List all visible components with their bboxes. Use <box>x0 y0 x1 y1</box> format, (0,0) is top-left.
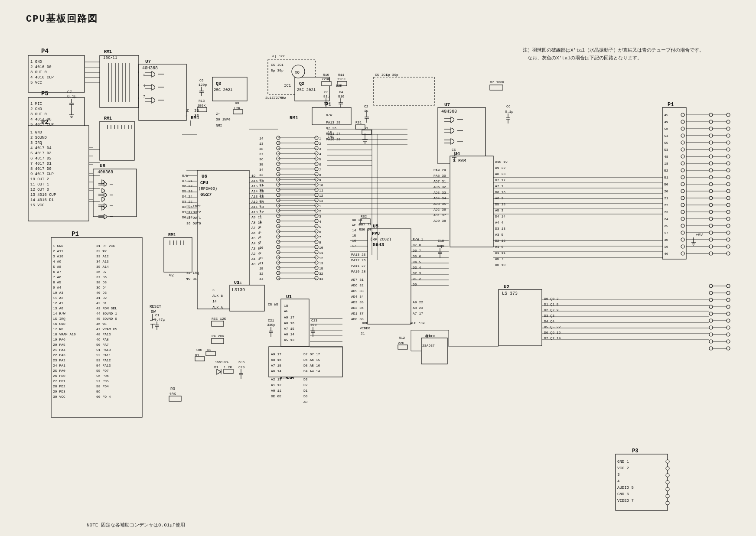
svg-point-578 <box>681 210 684 214</box>
svg-text:7  4017 D1: 7 4017 D1 <box>30 162 52 166</box>
svg-text:2: 2 <box>259 204 261 208</box>
svg-text:U7: U7 <box>444 102 450 107</box>
svg-text:40  D3: 40 D3 <box>96 291 107 295</box>
svg-text:1S953: 1S953 <box>215 360 225 364</box>
svg-text:PPU: PPU <box>372 231 380 236</box>
svg-text:A7    9: A7 9 <box>251 226 260 230</box>
svg-text:1: 1 <box>143 73 145 77</box>
svg-text:6  A7: 6 A7 <box>53 270 61 274</box>
svg-text:0E   GE: 0E GE <box>271 394 281 398</box>
svg-text:C1: C1 <box>155 313 160 317</box>
svg-text:9: 9 <box>319 178 321 182</box>
svg-text:AD5  33: AD5 33 <box>433 191 446 195</box>
svg-text:A7  15: A7 15 <box>271 364 281 367</box>
svg-point-590 <box>709 113 713 117</box>
svg-text:C9: C9 <box>199 78 204 82</box>
svg-text:21: 21 <box>361 331 365 335</box>
svg-point-569 <box>681 148 684 151</box>
svg-text:4: 4 <box>617 479 619 484</box>
svg-rect-67 <box>100 121 134 160</box>
svg-text:9  A4: 9 A4 <box>53 286 61 289</box>
svg-point-577 <box>681 203 684 207</box>
svg-text:3: 3 <box>259 220 261 224</box>
svg-text:17  RD: 17 RD <box>53 327 63 331</box>
svg-point-583 <box>681 245 684 248</box>
svg-text:5: 5 <box>319 157 321 161</box>
svg-text:0.1μ: 0.1μ <box>67 94 77 99</box>
svg-text:45: 45 <box>664 113 668 117</box>
svg-text:7: 7 <box>319 168 321 172</box>
svg-text:36  D7: 36 D7 <box>96 270 107 274</box>
svg-text:43  ROM SEL: 43 ROM SEL <box>96 306 117 310</box>
svg-point-621 <box>727 182 730 186</box>
svg-text:a) C22: a) C22 <box>272 54 285 58</box>
svg-text:7  A6: 7 A6 <box>53 275 61 279</box>
svg-text:7: 7 <box>259 240 261 244</box>
svg-text:1: 1 <box>259 209 261 213</box>
svg-text:36 1NP0: 36 1NP0 <box>216 117 231 121</box>
svg-text:R12: R12 <box>399 336 405 340</box>
svg-point-609 <box>709 245 713 248</box>
svg-point-633 <box>709 291 713 295</box>
svg-point-598 <box>709 169 713 172</box>
svg-point-574 <box>681 182 684 186</box>
svg-point-595 <box>709 148 713 151</box>
svg-text:2  SOUND: 2 SOUND <box>30 136 47 140</box>
svg-text:P1: P1 <box>668 102 674 108</box>
svg-point-572 <box>681 169 684 172</box>
svg-text:RM1: RM1 <box>104 49 112 54</box>
svg-text:38: 38 <box>259 147 264 151</box>
svg-text:55  PD7: 55 PD7 <box>96 369 109 373</box>
svg-point-584 <box>681 252 684 255</box>
svg-rect-41 <box>93 169 137 217</box>
svg-text:VCC  2: VCC 2 <box>617 466 629 471</box>
svg-point-691 <box>666 494 669 498</box>
svg-text:1μ: 1μ <box>364 109 368 113</box>
svg-text:30p: 30p <box>310 323 317 327</box>
svg-point-593 <box>709 134 713 137</box>
svg-rect-657 <box>398 345 407 349</box>
svg-text:D3   25: D3 25 <box>182 200 192 204</box>
svg-rect-280 <box>224 369 233 374</box>
svg-text:LS139: LS139 <box>232 288 245 292</box>
svg-rect-44 <box>100 55 139 107</box>
svg-point-612 <box>727 120 730 123</box>
svg-text:D1 Q1  5: D1 Q1 5 <box>544 302 559 306</box>
svg-text:44: 44 <box>319 277 323 281</box>
svg-text:39  D4: 39 D4 <box>96 286 107 289</box>
svg-text:34  A13: 34 A13 <box>96 260 109 263</box>
svg-point-602 <box>709 196 713 200</box>
svg-text:C21: C21 <box>268 318 274 322</box>
svg-text:VIDEO: VIDEO <box>425 334 435 338</box>
svg-point-580 <box>681 224 684 227</box>
svg-text:VIDEO: VIDEO <box>360 326 370 330</box>
svg-text:10: 10 <box>259 246 264 250</box>
svg-text:A3  5: A3 5 <box>495 233 503 237</box>
svg-point-692 <box>666 501 669 505</box>
svg-text:51p: 51p <box>323 94 330 98</box>
svg-text:8: 8 <box>259 235 261 239</box>
svg-text:6  4017 D2: 6 4017 D2 <box>30 156 52 161</box>
svg-text:AD1  37: AD1 37 <box>433 213 446 217</box>
svg-text:54  PA13: 54 PA13 <box>96 364 111 367</box>
svg-text:PA10  28: PA10 28 <box>351 270 366 273</box>
svg-text:A8  23: A8 23 <box>413 306 423 310</box>
svg-text:33: 33 <box>259 173 264 177</box>
svg-text:14  4016 D1: 14 4016 D1 <box>30 198 54 202</box>
svg-text:5: 5 <box>319 225 321 229</box>
svg-text:34: 34 <box>259 168 264 172</box>
svg-point-582 <box>681 238 684 241</box>
svg-text:8: 8 <box>319 173 321 177</box>
svg-point-604 <box>709 210 713 214</box>
svg-text:RESET: RESET <box>150 305 162 309</box>
svg-text:D7    26: D7 26 <box>326 126 336 130</box>
svg-text:13: 13 <box>319 199 323 203</box>
svg-point-642 <box>727 284 730 288</box>
svg-point-579 <box>681 217 684 221</box>
svg-text:33: 33 <box>194 114 199 118</box>
svg-point-645 <box>727 305 730 309</box>
svg-point-640 <box>709 340 713 343</box>
svg-text:12  A1: 12 A1 <box>53 301 63 305</box>
svg-text:53  PA12: 53 PA12 <box>96 358 111 362</box>
svg-text:D2 Q2  9: D2 Q2 9 <box>544 308 559 312</box>
